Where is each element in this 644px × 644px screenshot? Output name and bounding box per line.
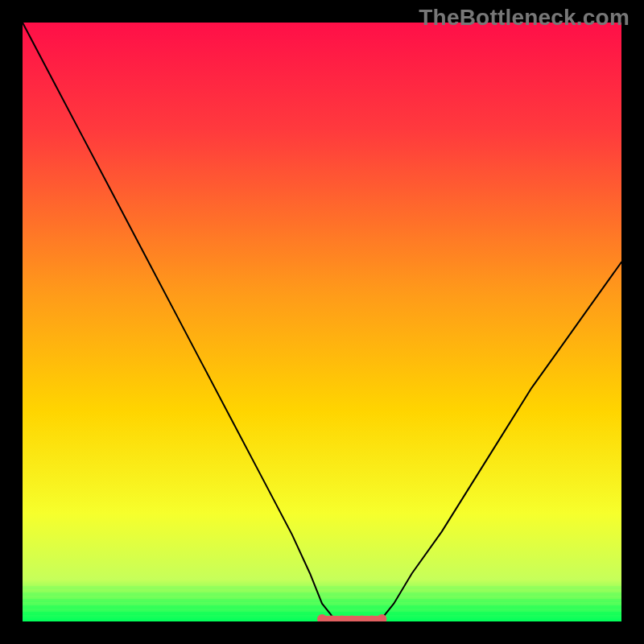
svg-rect-3	[23, 605, 621, 609]
chart-svg	[23, 23, 621, 621]
svg-rect-1	[23, 592, 621, 596]
watermark-text: TheBottleneck.com	[419, 5, 630, 31]
chart-container: TheBottleneck.com	[0, 0, 644, 644]
svg-rect-0	[23, 586, 621, 589]
plot-area	[23, 23, 621, 621]
gradient-bg	[23, 23, 621, 621]
